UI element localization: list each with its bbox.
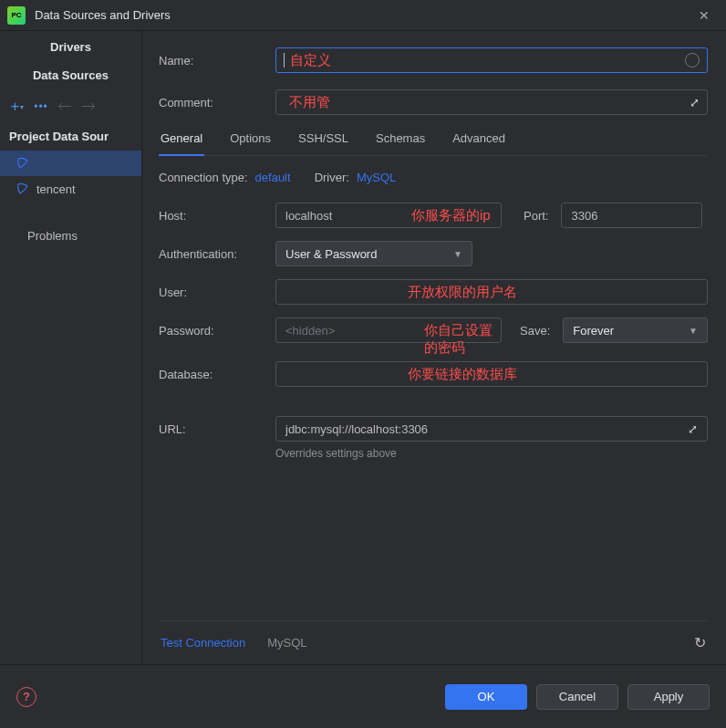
user-input[interactable]: 开放权限的用户名: [275, 279, 708, 305]
url-note: Overrides settings above: [275, 447, 708, 460]
close-icon[interactable]: ✕: [690, 8, 719, 23]
connection-type-label: Connection type:: [159, 171, 248, 184]
password-input[interactable]: <hidden> 你自己设置的密码: [275, 317, 502, 343]
comment-input[interactable]: 不用管 ⤢: [275, 89, 708, 115]
datasource-icon: [16, 182, 29, 195]
datasource-item-label: tencent: [36, 182, 76, 196]
sidebar: Drivers Data Sources +▾ ••• 🡐 🡒 Project …: [0, 31, 142, 664]
driver-label: Driver:: [315, 171, 349, 184]
bottom-toolbar: Test Connection MySQL ↻: [159, 620, 708, 664]
annotation-database: 你要链接的数据库: [408, 366, 517, 383]
datasource-icon: [16, 157, 29, 170]
expand-icon[interactable]: ⤢: [688, 422, 698, 436]
authentication-label: Authentication:: [159, 247, 275, 261]
tab-options[interactable]: Options: [228, 131, 273, 155]
forward-icon[interactable]: 🡒: [78, 97, 99, 117]
connection-type-value[interactable]: default: [255, 171, 291, 184]
host-input[interactable]: localhost 你服务器的ip: [275, 203, 502, 228]
name-label: Name:: [159, 54, 275, 68]
color-picker-icon[interactable]: [685, 53, 700, 68]
app-logo-icon: PC: [7, 6, 26, 25]
tabs: General Options SSH/SSL Schemas Advanced: [159, 131, 708, 156]
datasource-item-tencent[interactable]: tencent: [0, 176, 141, 202]
test-connection-link[interactable]: Test Connection: [161, 636, 245, 650]
authentication-select[interactable]: User & Password ▼: [275, 241, 472, 266]
expand-icon[interactable]: ⤢: [690, 96, 700, 109]
project-data-sources-label: Project Data Sour: [0, 122, 141, 151]
dialog-title: Data Sources and Drivers: [35, 8, 690, 22]
tab-general[interactable]: General: [159, 131, 204, 156]
user-label: User:: [159, 286, 275, 299]
refresh-icon[interactable]: ↻: [694, 634, 706, 651]
sidebar-toolbar: +▾ ••• 🡐 🡒: [0, 91, 141, 122]
comment-label: Comment:: [159, 96, 275, 109]
driver-name-label: MySQL: [267, 636, 306, 650]
tab-ssh-ssl[interactable]: SSH/SSL: [296, 131, 350, 155]
ok-button[interactable]: OK: [445, 684, 527, 710]
tab-advanced[interactable]: Advanced: [451, 131, 507, 155]
database-label: Database:: [159, 368, 275, 381]
password-label: Password:: [159, 324, 275, 338]
annotation-host: 你服务器的ip: [411, 207, 491, 224]
name-input[interactable]: 自定义: [275, 47, 708, 73]
port-input[interactable]: 3306: [561, 203, 702, 228]
driver-value[interactable]: MySQL: [357, 171, 396, 184]
chevron-down-icon: ▼: [689, 326, 698, 336]
annotation-name: 自定义: [290, 52, 331, 69]
sidebar-drivers-header[interactable]: Drivers: [0, 31, 141, 59]
host-label: Host:: [159, 209, 275, 223]
tab-schemas[interactable]: Schemas: [374, 131, 427, 155]
url-input[interactable]: jdbc:mysql://localhost:3306 ⤢: [275, 416, 708, 442]
annotation-password: 你自己设置的密码: [424, 322, 501, 357]
database-input[interactable]: 你要链接的数据库: [275, 361, 708, 387]
annotation-comment: 不用管: [289, 94, 330, 111]
title-bar: PC Data Sources and Drivers ✕: [0, 0, 726, 31]
apply-button[interactable]: Apply: [627, 684, 710, 710]
help-icon[interactable]: ?: [16, 687, 36, 707]
sidebar-problems[interactable]: Problems: [0, 202, 141, 243]
back-icon[interactable]: 🡐: [55, 97, 75, 117]
more-icon[interactable]: •••: [31, 97, 51, 117]
chevron-down-icon: ▼: [453, 249, 462, 259]
cancel-button[interactable]: Cancel: [536, 684, 618, 710]
save-select[interactable]: Forever ▼: [563, 317, 708, 343]
url-label: URL:: [159, 422, 275, 436]
datasource-item-unnamed[interactable]: [0, 151, 141, 176]
port-label: Port:: [524, 209, 548, 223]
connection-type-row: Connection type: default Driver: MySQL: [159, 171, 708, 184]
annotation-user: 开放权限的用户名: [408, 284, 517, 301]
save-label: Save:: [520, 324, 550, 338]
dialog-footer: ? OK Cancel Apply: [0, 664, 726, 728]
add-icon[interactable]: +▾: [7, 97, 27, 117]
sidebar-datasources-header[interactable]: Data Sources: [0, 59, 141, 91]
content-panel: Name: 自定义 Comment: 不用管 ⤢ General Options…: [142, 31, 726, 664]
